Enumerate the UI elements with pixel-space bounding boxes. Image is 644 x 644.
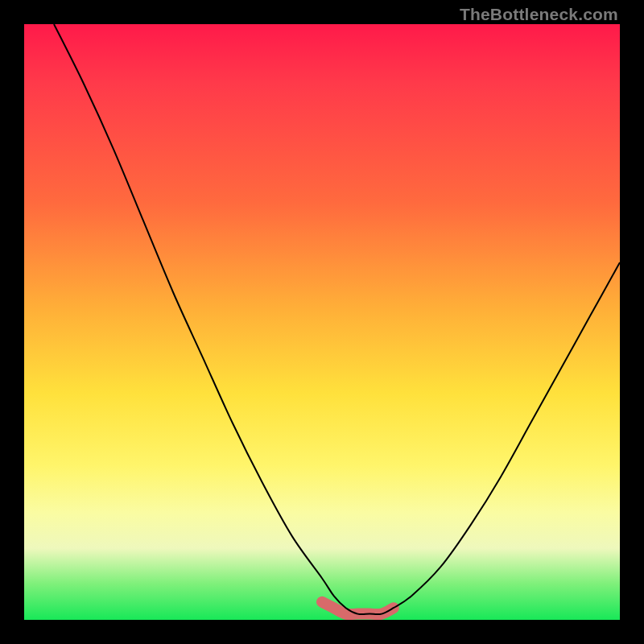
watermark-text: TheBottleneck.com — [460, 5, 618, 24]
plot-area — [23, 23, 621, 621]
sweet-spot-band — [322, 602, 394, 614]
bottleneck-curve — [54, 24, 620, 614]
chart-svg — [24, 24, 620, 620]
chart-frame: TheBottleneck.com — [0, 0, 644, 644]
